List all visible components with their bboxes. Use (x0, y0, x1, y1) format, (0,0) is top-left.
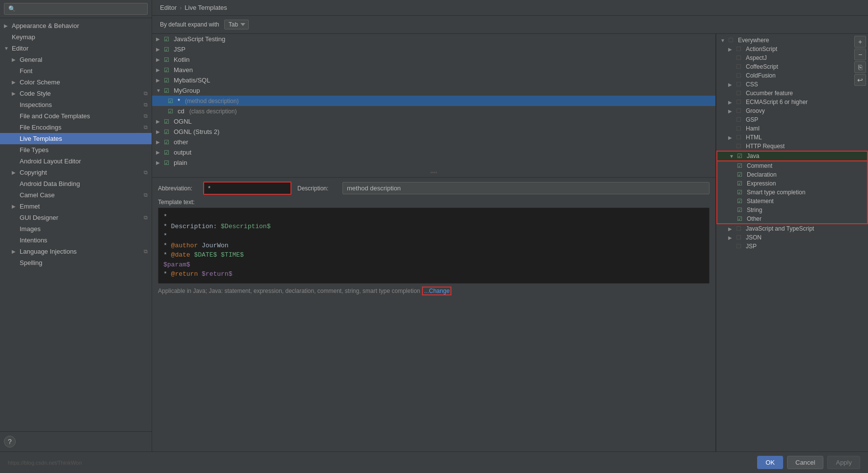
check-icon[interactable]: ☑ (168, 108, 175, 115)
ctx-item-groovy[interactable]: ▶ ☐ Groovy (716, 106, 868, 115)
description-input[interactable] (342, 182, 710, 194)
checkbox-icon[interactable]: ☐ (736, 90, 743, 97)
sidebar-item-general[interactable]: ▶ General (0, 54, 152, 65)
ctx-item-json[interactable]: ▶ ☐ JSON (716, 233, 868, 242)
ctx-item-haml[interactable]: ☐ Haml (716, 124, 868, 133)
apply-button[interactable]: Apply (827, 456, 860, 469)
sidebar-item-spelling[interactable]: Spelling (0, 257, 152, 268)
checkbox-icon[interactable]: ☑ (737, 153, 744, 159)
checkbox-icon[interactable]: ☐ (728, 37, 735, 44)
expand-select[interactable]: Tab (224, 20, 249, 29)
sidebar-item-font[interactable]: Font (0, 65, 152, 77)
ctx-item-java-expression[interactable]: ☑ Expression (717, 179, 867, 188)
checkbox-icon[interactable]: ☐ (736, 99, 743, 105)
check-icon[interactable]: ☑ (164, 67, 171, 74)
resize-handle[interactable]: •••• (152, 168, 715, 177)
sidebar-item-images[interactable]: Images (0, 223, 152, 235)
ctx-item-jsplang[interactable]: ☐ JSP (716, 242, 868, 251)
sidebar-item-filecodetemplates[interactable]: File and Code Templates ⧉ (0, 110, 152, 122)
template-group-other[interactable]: ▶ ☑ other (152, 137, 715, 147)
check-icon[interactable]: ☑ (164, 77, 171, 84)
ctx-item-gsp[interactable]: ☐ GSP (716, 115, 868, 124)
checkbox-icon[interactable]: ☑ (737, 171, 744, 178)
ctx-item-java-string[interactable]: ☑ String (717, 206, 867, 214)
search-input[interactable] (4, 3, 148, 15)
copy-button[interactable]: ⎘ (854, 61, 866, 73)
ctx-item-actionscript[interactable]: ▶ ☐ ActionScript (716, 45, 868, 53)
template-group-ognl[interactable]: ▶ ☑ OGNL (152, 116, 715, 127)
check-icon[interactable]: ☑ (164, 46, 171, 53)
template-item-method[interactable]: ☑ * (method description) (152, 96, 715, 106)
remove-button[interactable]: − (854, 49, 866, 60)
checkbox-icon[interactable]: ☐ (736, 54, 743, 61)
check-icon[interactable]: ☑ (164, 36, 171, 43)
template-group-output[interactable]: ▶ ☑ output (152, 147, 715, 158)
sidebar-item-camelcase[interactable]: Camel Case ⧉ (0, 189, 152, 201)
ctx-item-everywhere[interactable]: ▼ ☐ Everywhere (716, 36, 868, 45)
ctx-item-cucumberfeature[interactable]: ☐ Cucumber feature (716, 89, 868, 98)
checkbox-icon[interactable]: ☐ (736, 234, 743, 241)
sidebar-item-livetemplates[interactable]: Live Templates (0, 133, 152, 144)
ctx-item-java-other[interactable]: ☑ Other (717, 214, 867, 224)
ctx-item-java-statement[interactable]: ☑ Statement (717, 197, 867, 206)
sidebar-item-codestyle[interactable]: ▶ Code Style ⧉ (0, 88, 152, 99)
template-group-mybatissql[interactable]: ▶ ☑ Mybatis/SQL (152, 75, 715, 85)
help-button[interactable]: ? (4, 436, 16, 447)
ctx-item-java-comment[interactable]: ☑ Comment (717, 161, 867, 170)
sidebar-item-guidesigner[interactable]: GUI Designer ⧉ (0, 212, 152, 223)
sidebar-item-colorscheme[interactable]: ▶ Color Scheme (0, 77, 152, 88)
sidebar-item-intentions[interactable]: Intentions (0, 235, 152, 246)
ctx-item-aspectj[interactable]: ☐ AspectJ (716, 53, 868, 62)
checkbox-icon[interactable]: ☐ (736, 225, 743, 232)
checkbox-icon[interactable]: ☑ (737, 180, 744, 187)
template-group-kotlin[interactable]: ▶ ☑ Kotlin (152, 54, 715, 65)
template-group-jstesting[interactable]: ▶ ☑ JavaScript Testing (152, 34, 715, 44)
ctx-item-java-declaration[interactable]: ☑ Declaration (717, 170, 867, 179)
checkbox-icon[interactable]: ☑ (737, 198, 744, 205)
check-icon[interactable]: ☑ (164, 118, 171, 125)
ctx-item-html[interactable]: ▶ ☐ HTML (716, 133, 868, 142)
sidebar-item-languageinjections[interactable]: ▶ Language Injections ⧉ (0, 246, 152, 257)
check-icon[interactable]: ☑ (168, 98, 175, 105)
template-group-ognlstruts[interactable]: ▶ ☑ OGNL (Struts 2) (152, 127, 715, 137)
sidebar-item-emmet[interactable]: ▶ Emmet (0, 201, 152, 212)
template-code-area[interactable]: * * Description: $Description$ * * @auth… (158, 208, 710, 284)
checkbox-icon[interactable]: ☑ (737, 207, 744, 213)
sidebar-item-androiddatabinding[interactable]: Android Data Binding (0, 178, 152, 189)
checkbox-icon[interactable]: ☐ (736, 134, 743, 141)
template-group-jsp[interactable]: ▶ ☑ JSP (152, 44, 715, 54)
ctx-item-coffeescript[interactable]: ☐ CoffeeScript (716, 62, 868, 71)
ctx-item-java-smarttype[interactable]: ☑ Smart type completion (717, 188, 867, 197)
sidebar-item-fileencodings[interactable]: File Encodings ⧉ (0, 122, 152, 133)
revert-button[interactable]: ↩ (854, 74, 866, 86)
sidebar-item-keymap[interactable]: Keymap (0, 31, 152, 43)
template-item-cd[interactable]: ☑ cd (class description) (152, 106, 715, 116)
ok-button[interactable]: OK (757, 456, 783, 469)
checkbox-icon[interactable]: ☑ (737, 215, 744, 222)
checkbox-icon[interactable]: ☐ (736, 125, 743, 132)
check-icon[interactable]: ☑ (164, 87, 171, 94)
ctx-item-httprequest[interactable]: ☐ HTTP Request (716, 142, 868, 151)
ctx-item-css[interactable]: ▶ ☐ CSS (716, 80, 868, 89)
check-icon[interactable]: ☑ (164, 159, 171, 166)
ctx-item-ecmascript6[interactable]: ▶ ☐ ECMAScript 6 or higher (716, 98, 868, 106)
cancel-button[interactable]: Cancel (787, 456, 823, 469)
ctx-item-java[interactable]: ▼ ☑ Java (716, 151, 868, 161)
checkbox-icon[interactable]: ☐ (736, 81, 743, 88)
add-button[interactable]: + (854, 36, 866, 48)
checkbox-icon[interactable]: ☐ (736, 143, 743, 150)
sidebar-item-inspections[interactable]: Inspections ⧉ (0, 99, 152, 110)
check-icon[interactable]: ☑ (164, 56, 171, 63)
sidebar-item-copyright[interactable]: ▶ Copyright ⧉ (0, 167, 152, 178)
checkbox-icon[interactable]: ☐ (736, 72, 743, 79)
sidebar-item-androidlayout[interactable]: Android Layout Editor (0, 156, 152, 167)
check-icon[interactable]: ☑ (164, 139, 171, 146)
ctx-item-coldfusion[interactable]: ☐ ColdFusion (716, 71, 868, 80)
abbreviation-input[interactable] (203, 182, 291, 195)
checkbox-icon[interactable]: ☑ (737, 162, 744, 169)
check-icon[interactable]: ☑ (164, 149, 171, 156)
check-icon[interactable]: ☑ (164, 129, 171, 135)
checkbox-icon[interactable]: ☐ (736, 116, 743, 123)
checkbox-icon[interactable]: ☐ (736, 107, 743, 114)
template-group-plain[interactable]: ▶ ☑ plain (152, 158, 715, 168)
